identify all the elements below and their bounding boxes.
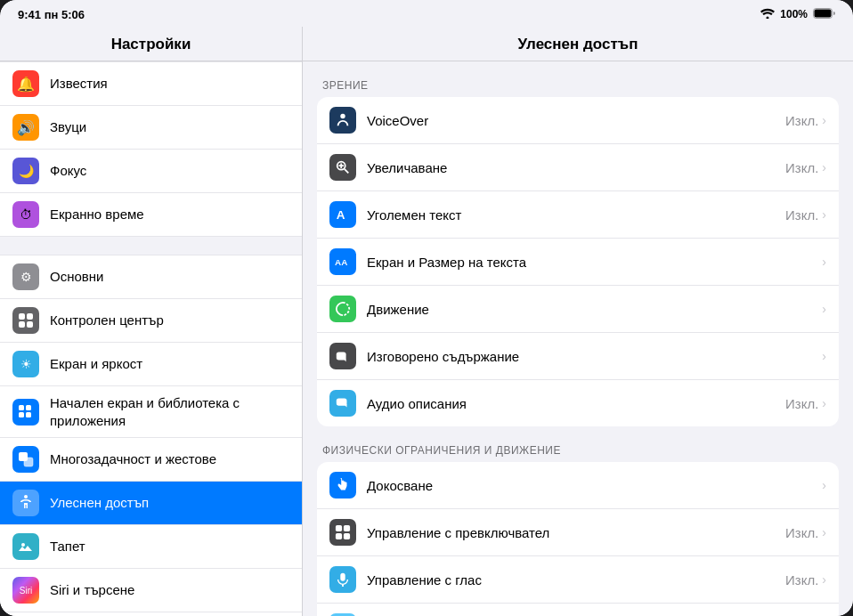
svg-rect-4 [27, 313, 33, 320]
svg-point-14 [21, 543, 25, 547]
svg-rect-33 [344, 533, 350, 539]
display-text-icon: AA [329, 248, 356, 275]
right-panel-header: Улеснен достъп [303, 27, 853, 61]
general-icon: ⚙ [12, 263, 39, 290]
row-status: › [822, 302, 826, 316]
wifi-icon [760, 8, 775, 21]
row-zoom[interactable]: Увеличаване Изкл. › [317, 144, 839, 191]
chevron-icon: › [822, 207, 826, 222]
touch-icon [329, 472, 356, 498]
row-status: › [822, 349, 826, 363]
battery-text: 100% [780, 8, 808, 20]
row-label: Управление с глас [367, 572, 775, 588]
sidebar-group-1: 🔔 Известия 🔊 Звуци 🌙 Фокус ⏱ Екранно вре… [0, 61, 302, 237]
motion-icon [329, 296, 356, 322]
row-top-button[interactable]: Горен бутон/Touch ID › [317, 604, 839, 616]
svg-text:AA: AA [335, 257, 347, 267]
sidebar-item-wallpaper[interactable]: Тапет [0, 525, 302, 569]
row-voiceover[interactable]: VoiceOver Изкл. › [317, 97, 839, 144]
chevron-icon: › [822, 113, 826, 127]
sidebar-item-label: Начален екран и библиотека с приложения [50, 394, 289, 429]
switch-control-icon [329, 519, 356, 546]
row-label: Уголемен текст [367, 207, 775, 223]
sidebar-item-focus[interactable]: 🌙 Фокус [0, 150, 302, 193]
sounds-icon: 🔊 [12, 114, 39, 141]
right-panel: Улеснен достъп ЗРЕНИЕ VoiceOver [303, 27, 853, 616]
sidebar-item-label: Известия [50, 75, 108, 93]
right-panel-content: ЗРЕНИЕ VoiceOver Изкл. › [303, 61, 853, 616]
status-time: 9:41 пн 5:06 [18, 8, 85, 21]
row-motion[interactable]: Движение › [317, 286, 839, 333]
row-status: Изкл. › [785, 572, 826, 588]
voice-control-icon [329, 566, 356, 593]
section-label-physical: ФИЗИЧЕСКИ ОГРАНИЧЕНИЯ И ДВИЖЕНИЕ [317, 444, 839, 457]
sidebar: Настройки 🔔 Известия 🔊 Звуци 🌙 Фокус [0, 27, 303, 616]
screen-time-icon: ⏱ [12, 201, 39, 228]
chevron-icon: › [822, 160, 826, 174]
sidebar-item-apple-pencil[interactable]: ✏ Apple Pencil [0, 612, 302, 616]
sidebar-item-display[interactable]: ☀ Екран и яркост [0, 343, 302, 386]
row-status: Изкл. › [785, 113, 826, 128]
battery-icon [813, 8, 835, 21]
svg-point-13 [24, 495, 28, 498]
svg-point-0 [767, 16, 769, 19]
spoken-icon [329, 343, 356, 369]
row-label: Движение [367, 302, 811, 317]
row-status: Изкл. › [785, 160, 826, 175]
sidebar-item-general[interactable]: ⚙ Основни [0, 255, 302, 299]
notifications-icon: 🔔 [12, 70, 39, 97]
row-label: Увеличаване [367, 160, 775, 175]
svg-rect-7 [19, 405, 24, 410]
sidebar-item-notifications[interactable]: 🔔 Известия [0, 61, 302, 106]
sidebar-item-label: Основни [50, 268, 103, 286]
row-touch[interactable]: Докосване › [317, 462, 839, 509]
row-label: Докосване [367, 478, 811, 493]
row-status: Изкл. › [785, 525, 826, 540]
sidebar-item-label: Улеснен достъп [50, 494, 149, 512]
sidebar-item-label: Контролен център [50, 312, 164, 329]
row-status: › [822, 255, 826, 269]
svg-rect-6 [27, 321, 33, 328]
sidebar-item-screen-time[interactable]: ⏱ Екранно време [0, 193, 302, 237]
chevron-icon: › [822, 396, 826, 410]
row-switch-control[interactable]: Управление с превключвател Изкл. › [317, 509, 839, 556]
chevron-icon: › [822, 572, 826, 587]
sidebar-item-home-screen[interactable]: Начален екран и библиотека с приложения [0, 386, 302, 438]
svg-rect-9 [19, 412, 24, 417]
sidebar-item-label: Многозадачност и жестове [50, 450, 216, 468]
row-voice-control[interactable]: Управление с глас Изкл. › [317, 556, 839, 604]
sidebar-item-label: Екран и яркост [50, 355, 142, 373]
sidebar-item-label: Звуци [50, 118, 86, 136]
chevron-icon: › [822, 255, 826, 269]
svg-rect-8 [26, 405, 31, 410]
sidebar-item-control-center[interactable]: Контролен център [0, 299, 302, 343]
row-status: Изкл. › [785, 207, 826, 223]
device-frame: 9:41 пн 5:06 100% Настр [0, 0, 853, 616]
row-large-text[interactable]: A Уголемен текст Изкл. › [317, 191, 839, 239]
sidebar-gap [0, 237, 302, 255]
sidebar-item-sounds[interactable]: 🔊 Звуци [0, 106, 302, 150]
chevron-icon: › [822, 525, 826, 539]
multitasking-icon [12, 446, 39, 473]
svg-text:A: A [337, 208, 345, 222]
chevron-icon: › [822, 478, 826, 492]
row-label: Екран и Размер на текста [367, 255, 811, 270]
svg-point-18 [340, 114, 345, 118]
sidebar-item-siri[interactable]: Siri Siri и търсене [0, 569, 302, 612]
sidebar-item-label: Тапет [50, 538, 85, 555]
row-label: Управление с превключвател [367, 525, 775, 540]
row-audio-desc[interactable]: Аудио описания Изкл. › [317, 380, 839, 426]
main-content: Настройки 🔔 Известия 🔊 Звуци 🌙 Фокус [0, 27, 853, 616]
section-vision: VoiceOver Изкл. › [317, 97, 839, 426]
row-label: VoiceOver [367, 113, 775, 128]
sidebar-group-2: ⚙ Основни Контролен център [0, 255, 302, 616]
accessibility-icon [12, 490, 39, 516]
sidebar-item-multitasking[interactable]: Многозадачност и жестове [0, 438, 302, 482]
sidebar-item-accessibility[interactable]: Улеснен достъп [0, 482, 302, 525]
svg-marker-28 [344, 404, 347, 408]
row-display-text[interactable]: AA Екран и Размер на текста › [317, 239, 839, 286]
svg-rect-12 [24, 458, 33, 466]
large-text-icon: A [329, 201, 356, 228]
status-right: 100% [760, 8, 835, 21]
row-spoken[interactable]: Изговорено съдържание › [317, 333, 839, 380]
